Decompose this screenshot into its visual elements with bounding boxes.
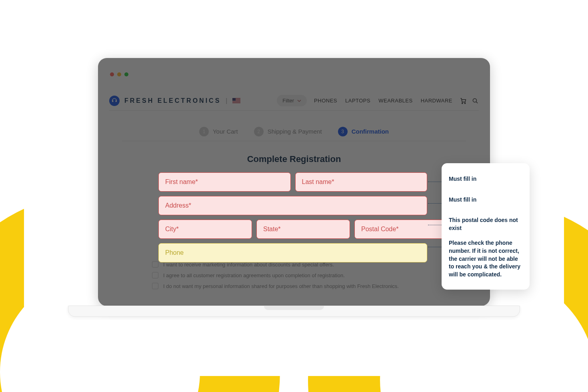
- city-field[interactable]: [158, 220, 252, 239]
- validation-tooltip-card: Must fill in Must fill in This postal co…: [442, 163, 530, 290]
- last-name-field[interactable]: [295, 172, 428, 192]
- address-field[interactable]: [158, 196, 427, 215]
- state-field[interactable]: [256, 220, 350, 239]
- laptop-base: [68, 306, 520, 317]
- postal-code-field[interactable]: [354, 220, 448, 239]
- phone-field[interactable]: [158, 243, 427, 262]
- laptop-notch: [264, 306, 324, 310]
- registration-form: [158, 172, 427, 262]
- first-name-field[interactable]: [158, 172, 291, 192]
- warning-phone: Please check the phone number. If it is …: [449, 239, 522, 278]
- error-postal-code: This postal code does not exist: [449, 216, 522, 232]
- error-must-fill-name: Must fill in: [449, 175, 522, 183]
- error-must-fill-address: Must fill in: [449, 196, 522, 204]
